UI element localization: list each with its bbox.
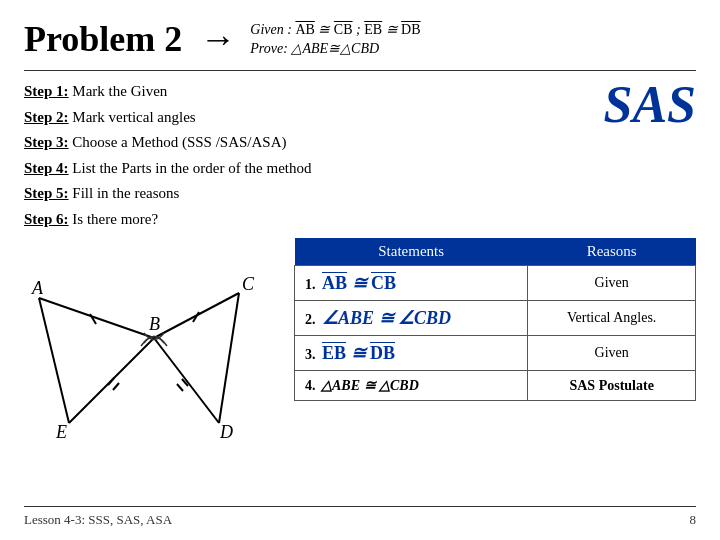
label-e: E (55, 422, 67, 442)
statement-2: 2. ∠ABE ≅ ∠CBD (295, 301, 528, 336)
diagram-area: A C B E D (24, 238, 284, 500)
table-row: 2. ∠ABE ≅ ∠CBD Vertical Angles. (295, 301, 696, 336)
footer-bar: Lesson 4-3: SSS, SAS, ASA 8 (24, 506, 696, 528)
col-statements-header: Statements (295, 238, 528, 266)
svg-line-9 (113, 383, 119, 390)
page-container: Problem 2 → Given : AB ≅ CB ; EB ≅ DB Pr… (0, 0, 720, 540)
given-prove-block: Given : AB ≅ CB ; EB ≅ DB Prove: △ABE≅△C… (250, 21, 420, 57)
reason-3: Given (528, 336, 696, 371)
statement-1: 1. AB ≅ CB (295, 266, 528, 301)
table-area: Statements Reasons 1. AB ≅ CB Given (294, 238, 696, 500)
reason-4: SAS Postulate (528, 371, 696, 401)
given-label: Given : (250, 22, 295, 37)
geometry-diagram: A C B E D (24, 238, 274, 448)
col-reasons-header: Reasons (528, 238, 696, 266)
label-a: A (31, 278, 44, 298)
given-line: Given : AB ≅ CB ; EB ≅ DB (250, 21, 420, 38)
statement-4: 4. △ABE ≅ △CBD (295, 371, 528, 401)
given-ab: AB ≅ CB ; EB ≅ DB (295, 22, 420, 37)
step-2: Step 2: Mark vertical angles (24, 105, 583, 131)
main-content: A C B E D Statements Reasons (24, 238, 696, 500)
header-area: Problem 2 → Given : AB ≅ CB ; EB ≅ DB Pr… (24, 18, 696, 60)
svg-line-5 (219, 293, 239, 423)
svg-line-4 (39, 298, 69, 423)
proof-table: Statements Reasons 1. AB ≅ CB Given (294, 238, 696, 401)
sas-label: SAS (603, 75, 696, 134)
svg-line-6 (90, 314, 96, 324)
table-row: 4. △ABE ≅ △CBD SAS Postulate (295, 371, 696, 401)
steps-list: Step 1: Mark the Given Step 2: Mark vert… (24, 79, 583, 232)
step-5: Step 5: Fill in the reasons (24, 181, 583, 207)
label-d: D (219, 422, 233, 442)
svg-line-11 (177, 384, 183, 391)
prove-line: Prove: △ABE≅△CBD (250, 40, 420, 57)
reason-1: Given (528, 266, 696, 301)
footer-page: 8 (690, 512, 697, 528)
table-row: 3. EB ≅ DB Given (295, 336, 696, 371)
footer-lesson: Lesson 4-3: SSS, SAS, ASA (24, 512, 172, 528)
label-c: C (242, 274, 255, 294)
step-3: Step 3: Choose a Method (SSS /SAS/ASA) (24, 130, 583, 156)
prove-statement: △ABE≅△CBD (291, 41, 379, 56)
prove-label: Prove: (250, 41, 291, 56)
problem-title: Problem 2 (24, 18, 182, 60)
label-b: B (149, 314, 160, 334)
svg-line-0 (39, 298, 154, 338)
divider-line (24, 70, 696, 71)
svg-line-3 (154, 338, 219, 423)
step-4: Step 4: List the Parts in the order of t… (24, 156, 583, 182)
table-row: 1. AB ≅ CB Given (295, 266, 696, 301)
step-1: Step 1: Mark the Given (24, 79, 583, 105)
svg-line-8 (108, 378, 114, 385)
arrow-symbol: → (200, 18, 236, 60)
steps-and-sas: Step 1: Mark the Given Step 2: Mark vert… (24, 79, 696, 232)
statement-3: 3. EB ≅ DB (295, 336, 528, 371)
table-header-row: Statements Reasons (295, 238, 696, 266)
step-6: Step 6: Is there more? (24, 207, 583, 233)
reason-2: Vertical Angles. (528, 301, 696, 336)
